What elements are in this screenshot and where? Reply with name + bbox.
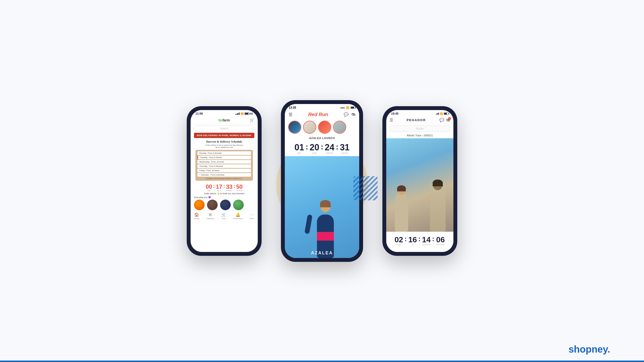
tiofarm-circles <box>194 200 254 210</box>
bottombar-cart[interactable]: 🛒 Cart <box>221 212 226 220</box>
bag-icon-2[interactable]: 🛍 <box>352 112 355 117</box>
pegador-search[interactable]: Suche <box>390 125 450 132</box>
pcd-seconds: 06 sekunden <box>436 236 445 246</box>
home-icon: 🏠 <box>194 212 199 217</box>
pegador-subtitle: Atlantic Trace - 29/05/21 <box>390 134 450 137</box>
wifi-icon-3: 📶 <box>440 112 443 115</box>
redrun-countdown: 01 gün : 20 saat : 24 dakika : 3 <box>285 142 359 154</box>
svg-rect-2 <box>354 176 378 200</box>
phone-tiofarm: 11:56 📶 92 <box>187 106 262 256</box>
redrun-logo: Red Run <box>308 112 328 117</box>
wifi-icon-1: 📶 <box>240 112 244 115</box>
more-icon: ⋯ <box>250 212 254 217</box>
countdown-seconds: 50 seconds <box>236 184 243 191</box>
schedule-footer: Sunday's, we let the plant, planet & peo… <box>197 178 251 179</box>
status-bar-3: 19:45 📶 <box>386 110 454 116</box>
story-avatar-1[interactable] <box>288 121 301 134</box>
phone2-screen: 13:35 ●●● 📶 ☰ Red Run 💬 🛍 <box>285 104 359 258</box>
status-bar-1: 11:56 📶 92 <box>190 110 258 116</box>
battery-icon-1 <box>244 112 249 115</box>
deco-stripes-blue <box>354 176 378 200</box>
schedule-board: Monday - Pune & Mumbai Tuesday - Pune & … <box>196 150 253 181</box>
bottombar-category[interactable]: ⊞ Category <box>206 212 214 220</box>
schedule-item: Wednesday - Pune, all areas <box>197 160 251 164</box>
category-icon: ⊞ <box>209 212 212 217</box>
redrun-image-label: AZALEA <box>285 251 359 256</box>
pegador-header: ☰ PEGADOR 💬 🛍 1 <box>386 116 454 124</box>
time-1: 11:56 <box>196 112 203 115</box>
cart-icon-1[interactable]: 🛒 <box>250 118 254 122</box>
time-2: 13:35 <box>289 106 296 109</box>
time-3: 19:45 <box>391 112 398 115</box>
pcd-hours: 16 std <box>408 236 417 246</box>
redrun-header: ☰ Red Run 💬 🛍 <box>285 110 359 119</box>
pegador-logo: PEGADOR <box>406 118 426 122</box>
signal-icon-1 <box>236 112 240 115</box>
search-placeholder: Search <box>220 127 228 130</box>
order-text: Order before 👆 to book our next Harvest! <box>194 192 254 195</box>
signal-icon-2: ●●● <box>340 106 345 109</box>
rcd-hours: 20 saat <box>310 143 319 154</box>
phone3-screen: 19:45 📶 ☰ PEGADOR <box>386 110 454 252</box>
countdown-hours: 17 hours <box>216 184 222 191</box>
chat-icon-2[interactable]: 💬 <box>344 112 348 117</box>
menu-icon-2[interactable]: ☰ <box>289 112 292 117</box>
chat-icon-3[interactable]: 💬 <box>440 118 444 122</box>
tiofarm-search[interactable]: Search <box>194 125 254 131</box>
bottombar-notification[interactable]: 🔔 Notification <box>233 212 243 220</box>
countdown-minutes: 33 minutes <box>226 184 232 191</box>
pcd-minutes: 14 protokoll <box>422 236 431 246</box>
main-container: 11:56 📶 92 <box>0 0 644 362</box>
story-avatar-2[interactable] <box>303 121 316 134</box>
redrun-stories <box>285 119 359 136</box>
rcd-seconds: 31 saniye <box>340 143 350 154</box>
status-icons-1: 📶 92 <box>236 112 253 115</box>
pegador-bottom-space <box>386 247 454 252</box>
phone-redrun: 13:35 ●●● 📶 ☰ Red Run 💬 🛍 <box>281 100 363 262</box>
phone1-screen: 11:56 📶 92 <box>190 110 258 252</box>
fruit-green <box>233 200 244 210</box>
story-avatar-4[interactable] <box>333 121 346 134</box>
fruit-brown <box>207 200 218 210</box>
shopney-logo: shopney. <box>568 344 610 355</box>
status-icons-3: 📶 <box>436 112 448 115</box>
pegador-image-area <box>386 138 454 232</box>
bottom-bar <box>0 361 644 362</box>
notification-icon: 🔔 <box>236 212 240 217</box>
redrun-image: AZALEA <box>285 156 359 258</box>
tiofarm-countdown: 00 days : 17 hours : 33 minutes : <box>190 183 258 191</box>
schedule-item: Thursday - Pune & Mumbai <box>197 164 251 168</box>
rcd-days: 01 gün <box>294 143 304 154</box>
story-avatar-3[interactable] <box>318 121 331 134</box>
battery-pct-1: 92 <box>250 112 253 115</box>
pcd-days: 02 tage <box>394 236 403 246</box>
fruit-dark <box>220 200 231 210</box>
menu-icon-3[interactable]: ☰ <box>390 118 393 122</box>
phone2-wrapper-outer: 13:35 ●●● 📶 ☰ Red Run 💬 🛍 <box>281 100 363 262</box>
pegador-header-icons: 💬 🛍 1 <box>440 118 450 122</box>
tiofarm-banner: NOW DELIVERING IN PUNE, MUMBAI & NASHIK <box>194 133 254 138</box>
bag-icon-3[interactable]: 🛍 1 <box>446 118 450 122</box>
pegador-countdown: 02 tage : 16 std : 14 protokoll : <box>386 232 454 247</box>
schedule-item: + Saturday - Pune & Mumbai: <box>197 173 251 177</box>
countdown-days: 00 days <box>206 184 212 191</box>
tiofarm-logo: tiofarm <box>218 118 230 122</box>
schedule-item: Monday - Pune & Mumbai <box>197 151 251 155</box>
status-icons-2: ●●● 📶 <box>340 106 355 109</box>
bottombar-more[interactable]: ⋯ More <box>250 212 254 220</box>
tiofarm-bottombar: 🏠 Home ⊞ Category 🛒 Cart 🔔 Notification <box>190 210 258 221</box>
redrun-launch-label: AZALEA LAUNCH <box>285 137 359 139</box>
rcd-minutes: 24 dakika <box>325 143 334 154</box>
bottombar-home[interactable]: 🏠 Home <box>194 212 199 220</box>
fruit-orange <box>194 200 204 210</box>
schedule-item: Tuesday - Pune & Nashik <box>197 156 251 159</box>
schedule-subtitle: Order before 8 am to avail next day deli… <box>194 144 254 148</box>
battery-icon-2 <box>350 106 355 109</box>
phone1-wrapper: 11:56 📶 92 <box>187 106 262 256</box>
wifi-icon-2: 📶 <box>346 106 349 109</box>
phone-pegador: 19:45 📶 ☰ PEGADOR <box>382 106 457 256</box>
redrun-nav-icons: 💬 🛍 <box>344 112 355 117</box>
find-text: Find what you 💜 <box>194 196 254 199</box>
cart-icon-bottom: 🛒 <box>221 212 226 217</box>
battery-icon-3 <box>444 112 448 115</box>
